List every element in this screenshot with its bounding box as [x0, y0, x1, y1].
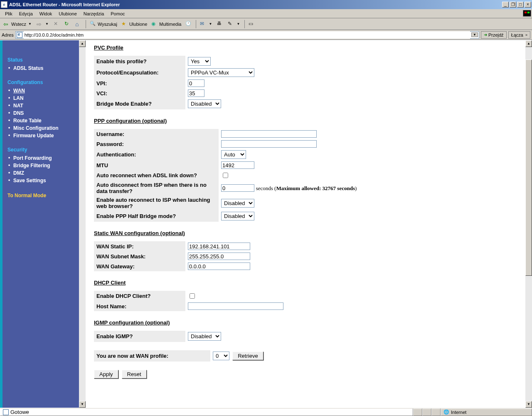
sidebar-item-misc-config[interactable]: Misc Configuration	[7, 124, 74, 132]
links-button[interactable]: Łącza»	[508, 31, 530, 39]
label-password: Password:	[94, 139, 219, 149]
page-icon	[17, 32, 22, 38]
favorites-button[interactable]: Ulubione	[120, 20, 149, 28]
search-button[interactable]: Wyszukaj	[88, 20, 119, 28]
select-half-bridge[interactable]: Disabled	[221, 212, 254, 220]
label-auth: Authentication:	[94, 149, 219, 160]
print-button[interactable]	[215, 20, 225, 28]
media-icon	[151, 21, 158, 27]
select-igmp-enable[interactable]: Disabled	[188, 332, 221, 341]
table-profile-row: You are now at WAN profile: 0 Retrieve	[94, 350, 266, 362]
label-enable-profile: Enable this profile?	[94, 56, 185, 67]
scroll-up-icon[interactable]: ▲	[525, 40, 532, 47]
select-protocol[interactable]: PPPoA VC-Mux	[188, 68, 254, 77]
refresh-icon	[64, 21, 71, 27]
label-dhcp-enable: Enable DHCP Client?	[94, 291, 185, 301]
input-static-ip[interactable]	[188, 243, 250, 250]
media-button[interactable]: Multimedia	[150, 20, 183, 28]
mail-button[interactable]: ▼	[198, 20, 214, 28]
menu-file[interactable]: Plik	[2, 10, 16, 17]
menu-favorites[interactable]: Ulubione	[55, 10, 80, 17]
select-bridge-mode[interactable]: Disabled	[188, 99, 221, 108]
checkbox-auto-reconnect[interactable]	[223, 173, 228, 178]
label-subnet-mask: WAN Subnet Mask:	[94, 251, 185, 261]
restore-button[interactable]: ❐	[510, 2, 516, 7]
input-host-name[interactable]	[188, 302, 283, 310]
sidebar-item-wan[interactable]: WAN	[7, 87, 74, 94]
sidebar-item-lan[interactable]: LAN	[7, 94, 74, 102]
menu-edit[interactable]: Edycja	[16, 10, 36, 17]
address-bar: Adres ▼ Przejdź Łącza»	[0, 30, 532, 40]
edit-button[interactable]: ▼	[226, 20, 242, 28]
close-button[interactable]: ×	[525, 2, 531, 7]
back-dropdown-icon[interactable]: ▼	[27, 22, 32, 26]
input-vci[interactable]	[188, 89, 204, 97]
label-auto-reconnect-browser: Enable auto reconnect to ISP when lauchi…	[94, 196, 219, 210]
forward-button[interactable]: ▼	[35, 20, 51, 28]
input-password[interactable]	[221, 140, 317, 148]
discuss-button[interactable]	[247, 20, 257, 28]
select-wan-profile[interactable]: 0	[213, 352, 229, 360]
retrieve-button[interactable]: Retrieve	[232, 352, 263, 360]
sidebar: Status ADSL Status Configurations WAN LA…	[2, 40, 79, 408]
menu-view[interactable]: Widok	[36, 10, 56, 17]
label-gateway: WAN Gateway:	[94, 261, 185, 271]
sidebar-item-route-table[interactable]: Route Table	[7, 117, 74, 124]
label-vci: VCI:	[94, 88, 185, 98]
reset-button[interactable]: Reset	[122, 370, 147, 379]
address-dropdown-icon[interactable]: ▼	[471, 32, 478, 37]
address-input[interactable]	[24, 31, 470, 39]
sidebar-normal-mode[interactable]: To Normal Mode	[7, 193, 74, 198]
input-username[interactable]	[221, 130, 317, 138]
window-titlebar: e ADSL Ethernet Router - Microsoft Inter…	[0, 0, 532, 9]
table-dhcp: Enable DHCP Client? Host Name:	[94, 291, 286, 311]
select-auth[interactable]: Auto	[221, 150, 246, 159]
scroll-down-icon[interactable]: ▼	[79, 401, 86, 408]
select-auto-reconnect-browser[interactable]: Disabled	[221, 199, 254, 208]
sidebar-item-nat[interactable]: NAT	[7, 102, 74, 109]
search-icon	[90, 21, 96, 27]
home-button[interactable]	[74, 20, 84, 28]
sidebar-item-bridge-filtering[interactable]: Bridge Filtering	[7, 162, 74, 169]
frame-scrollbar-left[interactable]: ▲ ▼	[79, 40, 86, 408]
go-button[interactable]: Przejdź	[481, 31, 507, 39]
sidebar-item-adsl-status[interactable]: ADSL Status	[7, 64, 74, 72]
section-pvc-title: PVC Profile	[94, 45, 517, 51]
input-gateway[interactable]	[188, 262, 250, 270]
scroll-up-icon[interactable]: ▲	[79, 40, 86, 47]
discuss-icon	[249, 21, 255, 27]
sidebar-item-dns[interactable]: DNS	[7, 109, 74, 117]
back-button[interactable]: Wstecz▼	[2, 20, 34, 28]
scroll-track[interactable]	[79, 47, 86, 401]
section-ppp-title: PPP configuration (optional)	[94, 118, 517, 124]
maximize-button[interactable]: □	[517, 2, 524, 7]
mail-dropdown-icon[interactable]: ▼	[208, 22, 213, 26]
apply-button[interactable]: Apply	[94, 370, 118, 379]
edit-dropdown-icon[interactable]: ▼	[236, 22, 241, 26]
sidebar-item-dmz[interactable]: DMZ	[7, 169, 74, 177]
input-vpi[interactable]	[188, 79, 204, 87]
sidebar-item-save-settings[interactable]: Save Settings	[7, 177, 74, 184]
menu-tools[interactable]: Narzędzia	[80, 10, 108, 17]
history-button[interactable]	[184, 20, 194, 28]
sidebar-item-port-forwarding[interactable]: Port Forwarding	[7, 154, 74, 162]
main-scrollbar[interactable]: ▲ ▼	[525, 40, 532, 408]
menu-help[interactable]: Pomoc	[107, 10, 128, 17]
stop-button[interactable]	[52, 20, 62, 28]
checkbox-dhcp-enable[interactable]	[190, 293, 195, 299]
scroll-thumb[interactable]	[525, 59, 532, 276]
scroll-down-icon[interactable]: ▼	[525, 401, 532, 408]
sidebar-item-firmware-update[interactable]: Firmware Update	[7, 132, 74, 139]
input-auto-disconnect[interactable]	[221, 184, 254, 192]
mail-icon	[200, 21, 207, 27]
forward-dropdown-icon[interactable]: ▼	[44, 22, 49, 26]
select-enable-profile[interactable]: Yes	[188, 57, 211, 66]
input-subnet-mask[interactable]	[188, 253, 250, 260]
refresh-button[interactable]	[63, 20, 73, 28]
media-label: Multimedia	[159, 22, 181, 27]
scroll-track[interactable]	[525, 47, 532, 401]
minimize-button[interactable]: _	[502, 2, 509, 7]
table-igmp: Enable IGMP? Disabled	[94, 331, 224, 342]
input-mtu[interactable]	[221, 161, 254, 169]
table-static: WAN Static IP: WAN Subnet Mask: WAN Gate…	[94, 241, 253, 271]
